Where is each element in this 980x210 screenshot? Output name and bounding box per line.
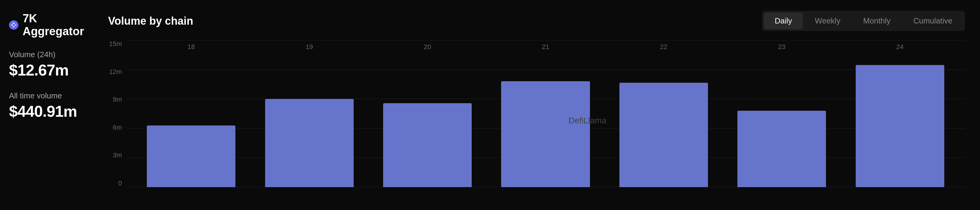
volume-24h-block: Volume (24h) $12.67m — [9, 50, 84, 79]
bar-19[interactable] — [265, 99, 354, 187]
app-title: 7K Aggregator — [22, 12, 84, 38]
volume-24h-label: Volume (24h) — [9, 50, 84, 59]
bar-24[interactable] — [856, 65, 944, 187]
y-label-6m: 6m — [108, 123, 126, 131]
bar-21[interactable] — [501, 81, 590, 187]
bar-20[interactable] — [383, 103, 472, 187]
y-label-9m: 9m — [108, 96, 126, 104]
y-label-15m: 15m — [108, 40, 126, 48]
main-content: Volume by chain Daily Weekly Monthly Cum… — [93, 0, 980, 210]
all-time-volume-block: All time volume $440.91m — [9, 91, 84, 120]
bar-group-18[interactable] — [132, 40, 250, 187]
bar-22[interactable] — [619, 83, 708, 187]
bar-group-21[interactable] — [487, 40, 605, 187]
time-filter-group: Daily Weekly Monthly Cumulative — [762, 11, 965, 31]
svg-point-0 — [9, 20, 18, 29]
logo-icon — [9, 18, 18, 32]
filter-monthly-button[interactable]: Monthly — [853, 13, 901, 29]
bars-container — [126, 40, 965, 187]
chart-header: Volume by chain Daily Weekly Monthly Cum… — [108, 11, 965, 31]
bar-23[interactable] — [737, 111, 826, 187]
logo-row: 7K Aggregator — [9, 12, 84, 38]
all-time-value: $440.91m — [9, 102, 84, 120]
bar-group-20[interactable] — [368, 40, 487, 187]
volume-24h-value: $12.67m — [9, 61, 84, 79]
filter-daily-button[interactable]: Daily — [764, 13, 803, 29]
sidebar: 7K Aggregator Volume (24h) $12.67m All t… — [0, 0, 93, 210]
y-label-3m: 3m — [108, 151, 126, 159]
bar-group-19[interactable] — [250, 40, 368, 187]
bar-group-22[interactable] — [605, 40, 723, 187]
y-label-12m: 12m — [108, 68, 126, 76]
bar-group-23[interactable] — [723, 40, 841, 187]
all-time-label: All time volume — [9, 91, 84, 101]
chart-title: Volume by chain — [108, 15, 193, 27]
filter-cumulative-button[interactable]: Cumulative — [902, 13, 963, 29]
chart-plot: DefiLlama 18192021222324 — [126, 40, 965, 201]
filter-weekly-button[interactable]: Weekly — [804, 13, 851, 29]
bar-group-24[interactable] — [841, 40, 959, 187]
bar-18[interactable] — [147, 125, 235, 187]
y-label-0: 0 — [108, 179, 126, 187]
chart-area: 15m 12m 9m 6m 3m 0 DefiLlama 18192021222… — [108, 40, 965, 201]
y-axis: 15m 12m 9m 6m 3m 0 — [108, 40, 126, 201]
